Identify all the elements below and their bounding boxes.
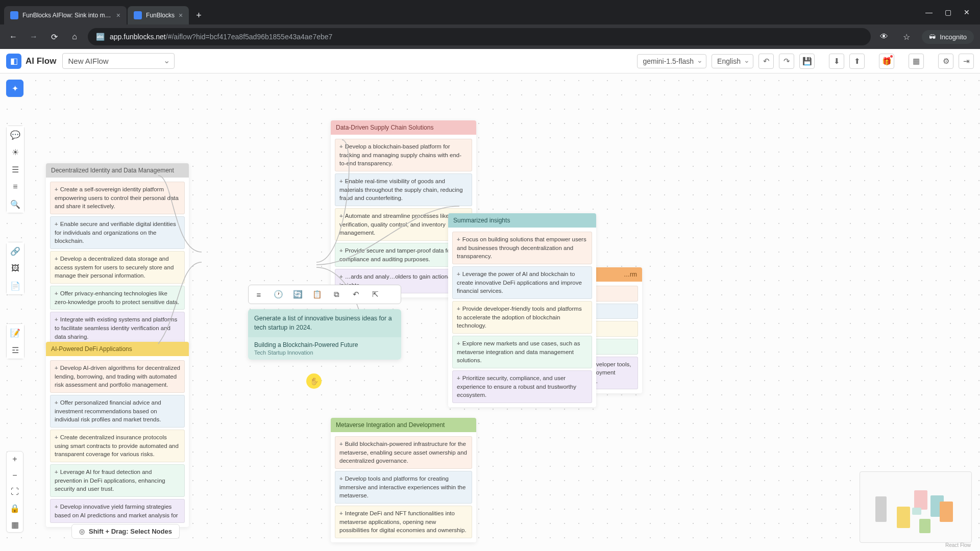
- flow-selector[interactable]: New AIFlow: [62, 53, 175, 69]
- browser-tab-strip: FunBlocks AIFlow: Sink into mi… × FunBlo…: [0, 0, 980, 24]
- node-item[interactable]: +Develop AI-driven algorithms for decent…: [50, 360, 185, 393]
- browser-tab-active[interactable]: FunBlocks ×: [128, 6, 189, 24]
- undo-button[interactable]: ↶: [758, 54, 774, 69]
- incognito-badge[interactable]: 🕶 Incognito: [922, 30, 974, 44]
- document-icon[interactable]: 📄: [7, 277, 24, 294]
- zoom-controls: + − ⛶ 🔒 ▦: [6, 451, 23, 533]
- tab-title: FunBlocks AIFlow: Sink into mi…: [22, 12, 112, 19]
- node-item[interactable]: +Focus on building solutions that empowe…: [452, 232, 592, 264]
- node-item[interactable]: +Explore new markets and use cases, such…: [452, 336, 592, 368]
- app-header: ◧ AI Flow New AIFlow gemini-1.5-flash En…: [0, 49, 980, 73]
- note-icon[interactable]: 📋: [311, 288, 323, 300]
- app-root: ◧ AI Flow New AIFlow gemini-1.5-flash En…: [0, 49, 980, 551]
- node-metaverse[interactable]: Metaverse Integration and Development +B…: [331, 418, 476, 542]
- cursor-highlight: [306, 373, 322, 389]
- hint-text: Shift + Drag: Select Nodes: [89, 528, 172, 535]
- undo-icon[interactable]: ↶: [350, 288, 362, 300]
- forward-button[interactable]: →: [27, 30, 41, 44]
- node-title: Decentralized Identity and Data Manageme…: [46, 163, 189, 178]
- menu-icon[interactable]: ≡: [7, 178, 24, 195]
- node-item[interactable]: +Create decentralized insurance protocol…: [50, 430, 185, 462]
- address-bar: ← → ⟳ ⌂ 🔤 app.funblocks.net/#/aiflow?hid…: [0, 24, 980, 49]
- node-item[interactable]: +Develop innovative yield farming strate…: [50, 499, 185, 523]
- minimize-icon[interactable]: —: [925, 8, 933, 16]
- list-icon[interactable]: ☰: [7, 161, 24, 178]
- node-item[interactable]: +Leverage the power of AI and blockchain…: [452, 266, 592, 299]
- node-defi[interactable]: AI-Powered DeFi Applications +Develop AI…: [46, 342, 189, 527]
- node-identity[interactable]: Decentralized Identity and Data Manageme…: [46, 163, 189, 348]
- gift-button[interactable]: 🎁: [879, 54, 894, 69]
- eye-off-icon[interactable]: 👁: [877, 30, 891, 44]
- image-icon[interactable]: 🖼: [7, 260, 24, 277]
- zoom-out-button[interactable]: −: [7, 468, 23, 483]
- app-logo-icon[interactable]: ◧: [6, 54, 21, 69]
- node-item[interactable]: +Enable real-time visibility of goods an…: [335, 173, 472, 206]
- bookmark-icon[interactable]: ☆: [899, 30, 914, 44]
- site-info-icon[interactable]: 🔤: [96, 33, 105, 41]
- node-title: AI-Powered DeFi Applications: [46, 342, 189, 356]
- tab-favicon: [134, 11, 142, 19]
- tasks-icon[interactable]: ☲: [7, 341, 24, 359]
- sun-icon[interactable]: ☀: [7, 143, 24, 161]
- close-icon[interactable]: ×: [116, 11, 120, 19]
- node-item[interactable]: +Develop tools and platforms for creatin…: [335, 471, 472, 504]
- download-button[interactable]: ⬇: [829, 54, 844, 69]
- back-button[interactable]: ←: [6, 30, 20, 44]
- home-button[interactable]: ⌂: [67, 30, 82, 44]
- export-icon[interactable]: ⇱: [369, 288, 381, 300]
- ai-tool-button[interactable]: ✦: [6, 80, 23, 97]
- node-item[interactable]: +Offer personalized financial advice and…: [50, 395, 185, 428]
- menu-icon[interactable]: ≡: [253, 288, 265, 300]
- node-item[interactable]: +Develop a decentralized data storage an…: [50, 251, 185, 284]
- model-selector[interactable]: gemini-1.5-flash: [637, 54, 706, 68]
- clock-icon[interactable]: 🕐: [272, 288, 284, 300]
- prompt-node[interactable]: ≡ 🕐 🔄 📋 ⧉ ↶ ⇱ Generate a list of innovat…: [248, 309, 401, 360]
- link-icon[interactable]: 🔗: [7, 242, 24, 260]
- tab-favicon: [10, 11, 18, 19]
- lock-button[interactable]: 🔒: [7, 500, 23, 516]
- fit-view-button[interactable]: ⛶: [7, 484, 23, 499]
- window-controls: — ▢ ✕: [925, 8, 976, 16]
- search-icon[interactable]: 🔍: [7, 195, 24, 213]
- exit-button[interactable]: ⇥: [959, 54, 974, 69]
- language-selector[interactable]: English: [712, 54, 753, 68]
- node-title: Data-Driven Supply Chain Solutions: [331, 120, 476, 135]
- prompt-meta: Building a Blockchain-Powered Future Tec…: [248, 337, 401, 360]
- incognito-icon: 🕶: [929, 33, 936, 41]
- save-button[interactable]: 💾: [799, 54, 815, 69]
- node-item[interactable]: +Integrate with existing systems and pla…: [50, 312, 185, 344]
- layout-button[interactable]: ▦: [909, 54, 924, 69]
- refresh-icon[interactable]: 🔄: [291, 288, 304, 300]
- incognito-label: Incognito: [940, 33, 967, 41]
- node-item[interactable]: +Build blockchain-powered infrastructure…: [335, 436, 472, 469]
- node-item[interactable]: +Provide developer-friendly tools and pl…: [452, 301, 592, 334]
- new-tab-button[interactable]: +: [190, 10, 208, 21]
- node-item[interactable]: +Prioritize security, compliance, and us…: [452, 370, 592, 403]
- zoom-in-button[interactable]: +: [7, 452, 23, 467]
- node-insights[interactable]: Summarized insights +Focus on building s…: [448, 213, 596, 407]
- node-item[interactable]: +Offer privacy-enhancing technologies li…: [50, 286, 185, 310]
- node-item[interactable]: +Create a self-sovereign identity platfo…: [50, 182, 185, 214]
- upload-button[interactable]: ⬆: [849, 54, 865, 69]
- copy-icon[interactable]: ⧉: [330, 288, 342, 300]
- prompt-toolbar: ≡ 🕐 🔄 📋 ⧉ ↶ ⇱: [248, 285, 401, 304]
- maximize-icon[interactable]: ▢: [945, 8, 951, 16]
- grid-button[interactable]: ▦: [7, 517, 23, 532]
- settings-button[interactable]: ⚙: [938, 54, 953, 69]
- node-item[interactable]: +Enable secure and verifiable digital id…: [50, 216, 185, 249]
- chat-icon[interactable]: 💬: [7, 126, 24, 143]
- reload-button[interactable]: ⟳: [47, 30, 61, 44]
- redo-button[interactable]: ↷: [779, 54, 794, 69]
- close-window-icon[interactable]: ✕: [964, 8, 970, 16]
- browser-tab[interactable]: FunBlocks AIFlow: Sink into mi… ×: [4, 6, 127, 24]
- flow-canvas[interactable]: ✦ 💬 ☀ ☰ ≡ 🔍 🔗 🖼 📄 📝 ☲ + −: [0, 73, 980, 551]
- node-item[interactable]: +Develop a blockchain-based platform for…: [335, 139, 472, 171]
- minimap[interactable]: [860, 471, 972, 543]
- node-item[interactable]: +Leverage AI for fraud detection and pre…: [50, 464, 185, 497]
- note-icon[interactable]: 📝: [7, 324, 24, 341]
- tab-title: FunBlocks: [146, 12, 175, 19]
- url-input[interactable]: 🔤 app.funblocks.net/#/aiflow?hid=bcf417e…: [88, 28, 871, 45]
- close-icon[interactable]: ×: [179, 11, 183, 19]
- node-title: Metaverse Integration and Development: [331, 418, 476, 432]
- node-item[interactable]: +Integrate DeFi and NFT functionalities …: [335, 506, 472, 538]
